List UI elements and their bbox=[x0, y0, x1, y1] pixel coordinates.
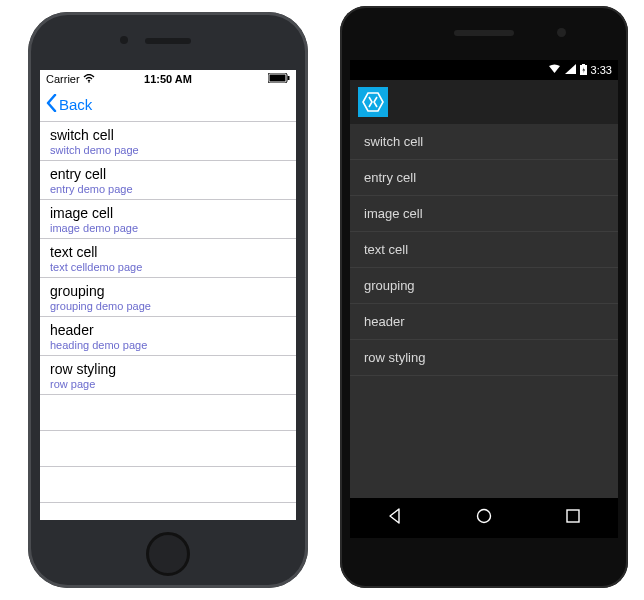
cell-title: entry cell bbox=[364, 170, 416, 185]
ios-status-bar: Carrier 11:50 AM bbox=[40, 70, 296, 88]
list-item[interactable]: switch cellswitch demo page bbox=[40, 122, 296, 161]
cell-title: text cell bbox=[50, 244, 286, 260]
android-device: 3:33 switch cell entry cell image cell t… bbox=[340, 6, 628, 588]
cell-title: switch cell bbox=[364, 134, 423, 149]
list-item[interactable]: text celltext celldemo page bbox=[40, 239, 296, 278]
home-button[interactable] bbox=[146, 532, 190, 576]
cell-title: text cell bbox=[364, 242, 408, 257]
list-item-empty bbox=[40, 395, 296, 431]
cell-detail: switch demo page bbox=[50, 144, 286, 156]
list-item[interactable]: image cellimage demo page bbox=[40, 200, 296, 239]
android-status-bar: 3:33 bbox=[350, 60, 618, 80]
back-label: Back bbox=[59, 96, 92, 113]
nav-home-button[interactable] bbox=[475, 507, 493, 529]
list-item[interactable]: entry cellentry demo page bbox=[40, 161, 296, 200]
iphone-screen: Carrier 11:50 AM Back switch cellswitch … bbox=[40, 70, 296, 520]
list-item-empty bbox=[40, 503, 296, 520]
cell-detail: text celldemo page bbox=[50, 261, 286, 273]
android-speaker bbox=[454, 30, 514, 36]
nav-back-button[interactable] bbox=[386, 507, 404, 529]
cell-title: row styling bbox=[50, 361, 286, 377]
cell-title: grouping bbox=[364, 278, 415, 293]
list-item[interactable]: headerheading demo page bbox=[40, 317, 296, 356]
svg-rect-5 bbox=[582, 64, 585, 65]
cell-title: header bbox=[364, 314, 404, 329]
list-item[interactable]: header bbox=[350, 304, 618, 340]
cell-title: image cell bbox=[364, 206, 423, 221]
cell-detail: heading demo page bbox=[50, 339, 286, 351]
battery-icon bbox=[580, 64, 587, 77]
android-list[interactable]: switch cell entry cell image cell text c… bbox=[350, 124, 618, 498]
list-item[interactable]: grouping bbox=[350, 268, 618, 304]
cell-title: image cell bbox=[50, 205, 286, 221]
cell-detail: grouping demo page bbox=[50, 300, 286, 312]
signal-icon bbox=[565, 64, 576, 76]
cell-title: header bbox=[50, 322, 286, 338]
cell-detail: entry demo page bbox=[50, 183, 286, 195]
cell-detail: image demo page bbox=[50, 222, 286, 234]
cell-title: grouping bbox=[50, 283, 286, 299]
ios-list[interactable]: switch cellswitch demo page entry cellen… bbox=[40, 122, 296, 520]
android-nav-bar bbox=[350, 498, 618, 538]
android-action-bar bbox=[350, 80, 618, 124]
status-time: 3:33 bbox=[591, 64, 612, 76]
list-item-empty bbox=[40, 431, 296, 467]
iphone-speaker bbox=[145, 38, 191, 44]
list-item[interactable]: text cell bbox=[350, 232, 618, 268]
chevron-left-icon bbox=[46, 94, 57, 115]
list-item[interactable]: switch cell bbox=[350, 124, 618, 160]
android-camera bbox=[557, 28, 566, 37]
cell-title: row styling bbox=[364, 350, 425, 365]
svg-rect-7 bbox=[567, 510, 579, 522]
svg-point-6 bbox=[477, 510, 490, 523]
list-item[interactable]: groupinggrouping demo page bbox=[40, 278, 296, 317]
xamarin-logo-icon bbox=[358, 87, 388, 117]
android-screen: 3:33 switch cell entry cell image cell t… bbox=[350, 60, 618, 538]
wifi-icon bbox=[548, 64, 561, 76]
cell-title: entry cell bbox=[50, 166, 286, 182]
list-item[interactable]: row styling bbox=[350, 340, 618, 376]
cell-detail: row page bbox=[50, 378, 286, 390]
back-button[interactable]: Back bbox=[46, 94, 92, 115]
cell-title: switch cell bbox=[50, 127, 286, 143]
nav-recent-button[interactable] bbox=[564, 507, 582, 529]
ios-nav-bar: Back bbox=[40, 88, 296, 122]
list-item-empty bbox=[40, 467, 296, 503]
iphone-camera bbox=[120, 36, 128, 44]
status-time: 11:50 AM bbox=[40, 73, 296, 85]
list-item[interactable]: row stylingrow page bbox=[40, 356, 296, 395]
list-item[interactable]: entry cell bbox=[350, 160, 618, 196]
list-item[interactable]: image cell bbox=[350, 196, 618, 232]
iphone-device: Carrier 11:50 AM Back switch cellswitch … bbox=[28, 12, 308, 588]
